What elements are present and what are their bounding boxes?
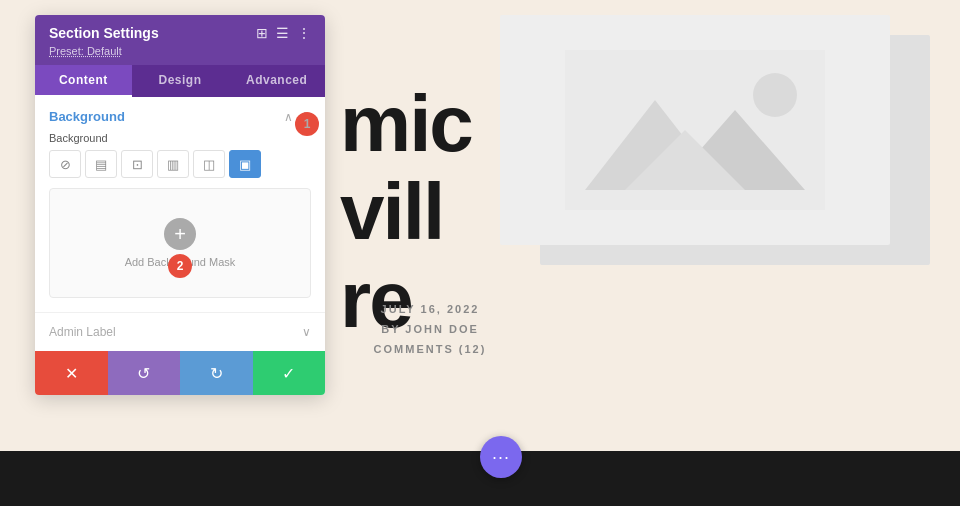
cancel-icon: ✕ [65,364,78,383]
admin-label-row[interactable]: Admin Label ∨ [35,312,325,351]
save-icon: ✓ [282,364,295,383]
add-mask-label: Add Background Mask 2 [125,256,236,268]
admin-label-text: Admin Label [49,325,116,339]
post-author: BY JOHN DOE [340,320,520,340]
image-placeholder [500,15,930,285]
badge-1: 1 [295,112,319,136]
tab-content[interactable]: Content [35,65,132,97]
dots-icon: ··· [492,448,510,466]
post-meta: JULY 16, 2022 BY JOHN DOE COMMENTS (12) [340,300,520,359]
mask-bg-icon: ▣ [239,157,251,172]
panel-header-icons: ⊞ ☰ ⋮ [256,25,311,41]
panel-actions: ✕ ↺ ↻ ✓ [35,351,325,395]
svg-point-4 [753,73,797,117]
background-type-row: ⊘ ▤ ⊡ ▥ ◫ ▣ [35,150,325,188]
image-bg-icon: ⊡ [132,157,143,172]
bg-type-video[interactable]: ◫ [193,150,225,178]
section-more-icon[interactable]: ⋮ 1 [299,110,311,124]
undo-button[interactable]: ↺ [108,351,181,395]
floating-menu-button[interactable]: ··· [480,436,522,478]
panel-title: Section Settings [49,25,159,41]
admin-label-chevron: ∨ [302,325,311,339]
color-bg-icon: ▤ [95,157,107,172]
hero-line-2: vill [340,168,472,256]
section-settings-panel: Section Settings ⊞ ☰ ⋮ Preset: Default C… [35,15,325,395]
placeholder-svg [565,50,825,210]
post-date: JULY 16, 2022 [340,300,520,320]
post-comments: COMMENTS (12) [340,340,520,360]
columns-icon[interactable]: ☰ [276,25,289,41]
background-section-header: Background ∧ ⋮ 1 [35,97,325,132]
bg-type-image[interactable]: ⊡ [121,150,153,178]
hero-line-1: mic [340,80,472,168]
preset-label[interactable]: Preset: Default [49,45,122,57]
background-field-label: Background [35,132,325,150]
redo-icon: ↻ [210,364,223,383]
badge-2: 2 [168,254,192,278]
background-mask-area: + Add Background Mask 2 [49,188,311,298]
more-icon[interactable]: ⋮ [297,25,311,41]
bg-type-none[interactable]: ⊘ [49,150,81,178]
section-header-icons: ∧ ⋮ 1 [284,110,311,124]
tab-design[interactable]: Design [132,65,229,97]
collapse-icon[interactable]: ∧ [284,110,293,124]
bg-type-gradient[interactable]: ▥ [157,150,189,178]
panel-tabs: Content Design Advanced [35,65,325,97]
fullscreen-icon[interactable]: ⊞ [256,25,268,41]
undo-icon: ↺ [137,364,150,383]
background-section-title: Background [49,109,125,124]
save-button[interactable]: ✓ [253,351,326,395]
no-bg-icon: ⊘ [60,157,71,172]
add-mask-button[interactable]: + [164,218,196,250]
image-front [500,15,890,245]
gradient-bg-icon: ▥ [167,157,179,172]
bg-type-mask[interactable]: ▣ [229,150,261,178]
panel-preset: Preset: Default [49,45,311,57]
bg-type-color[interactable]: ▤ [85,150,117,178]
panel-header-top: Section Settings ⊞ ☰ ⋮ [49,25,311,41]
video-bg-icon: ◫ [203,157,215,172]
tab-advanced[interactable]: Advanced [228,65,325,97]
panel-body: Background ∧ ⋮ 1 Background ⊘ ▤ ⊡ ▥ [35,97,325,351]
panel-header: Section Settings ⊞ ☰ ⋮ Preset: Default [35,15,325,65]
add-mask-icon: + [174,224,186,244]
redo-button[interactable]: ↻ [180,351,253,395]
cancel-button[interactable]: ✕ [35,351,108,395]
